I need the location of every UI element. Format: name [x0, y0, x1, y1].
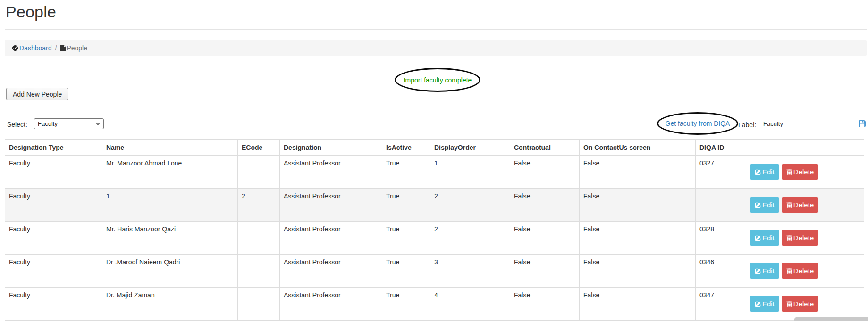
edit-pencil-icon — [755, 169, 761, 175]
cell-diqa-id: 0347 — [696, 288, 746, 321]
edit-button-label: Edit — [762, 234, 775, 242]
edit-pencil-icon — [755, 235, 761, 241]
delete-button[interactable]: Delete — [782, 230, 818, 246]
cell-actions: Edit Delete — [746, 156, 864, 189]
column-header-ecode: ECode — [238, 140, 280, 156]
edit-button[interactable]: Edit — [750, 296, 779, 312]
breadcrumb: Dashboard / People — [5, 40, 867, 56]
cell-designation: Assistant Professor — [280, 189, 382, 222]
people-type-select[interactable]: Faculty — [34, 118, 104, 129]
trash-icon — [786, 169, 792, 175]
cell-ecode — [238, 255, 280, 288]
cell-contractual: False — [510, 288, 580, 321]
trash-icon — [786, 202, 792, 208]
cell-displayorder: 4 — [430, 288, 510, 321]
cell-designation: Assistant Professor — [280, 222, 382, 255]
horizontal-scrollbar-thumb[interactable] — [794, 317, 868, 321]
cell-isactive: True — [382, 288, 430, 321]
cell-contractual: False — [510, 189, 580, 222]
label-input[interactable] — [760, 118, 854, 129]
edit-button[interactable]: Edit — [750, 230, 779, 246]
edit-button-label: Edit — [762, 168, 775, 176]
annotation-ellipse-import: Import faculty complete — [395, 68, 480, 92]
cell-name: Dr. Majid Zaman — [102, 288, 238, 321]
cell-displayorder: 2 — [430, 222, 510, 255]
page-title: People — [6, 3, 56, 21]
table-row: Faculty Mr. Haris Manzoor Qazi Assistant… — [5, 222, 864, 255]
people-table: Designation Type Name ECode Designation … — [5, 139, 864, 321]
cell-name: Mr. Manzoor Ahmad Lone — [102, 156, 238, 189]
table-row: Faculty Mr. Manzoor Ahmad Lone Assistant… — [5, 156, 864, 189]
cell-designation-type: Faculty — [5, 288, 102, 321]
column-header-designation-type: Designation Type — [5, 140, 102, 156]
delete-button-label: Delete — [793, 201, 814, 209]
cell-ecode: 2 — [238, 189, 280, 222]
cell-isactive: True — [382, 222, 430, 255]
delete-button[interactable]: Delete — [782, 197, 818, 213]
cell-designation-type: Faculty — [5, 255, 102, 288]
breadcrumb-current: People — [60, 44, 87, 52]
status-message: Import faculty complete — [404, 76, 472, 84]
cell-contractual: False — [510, 255, 580, 288]
cell-actions: Edit Delete — [746, 255, 864, 288]
edit-pencil-icon — [755, 301, 761, 307]
edit-button-label: Edit — [762, 267, 775, 275]
cell-designation-type: Faculty — [5, 189, 102, 222]
breadcrumb-current-label: People — [67, 44, 87, 52]
title-divider — [5, 29, 867, 30]
cell-actions: Edit Delete — [746, 288, 864, 321]
delete-button-label: Delete — [793, 234, 814, 242]
column-header-name: Name — [102, 140, 238, 156]
cell-diqa-id: 0328 — [696, 222, 746, 255]
add-new-people-button[interactable]: Add New People — [6, 88, 68, 100]
cell-actions: Edit Delete — [746, 222, 864, 255]
edit-button-label: Edit — [762, 300, 775, 308]
cell-displayorder: 3 — [430, 255, 510, 288]
cell-oncontactus: False — [580, 222, 696, 255]
table-row: Faculty Dr. Majid Zaman Assistant Profes… — [5, 288, 864, 321]
trash-icon — [786, 235, 792, 241]
get-faculty-from-diqa-link[interactable]: Get faculty from DIQA — [666, 120, 730, 127]
cell-diqa-id: 0346 — [696, 255, 746, 288]
edit-button[interactable]: Edit — [750, 197, 779, 213]
table-header-row: Designation Type Name ECode Designation … — [5, 140, 864, 156]
column-header-designation: Designation — [280, 140, 382, 156]
cell-designation: Assistant Professor — [280, 156, 382, 189]
cell-contractual: False — [510, 156, 580, 189]
delete-button[interactable]: Delete — [782, 296, 818, 312]
column-header-displayorder: DisplayOrder — [430, 140, 510, 156]
table-row: Faculty Dr .Maroof Naieem Qadri Assistan… — [5, 255, 864, 288]
column-header-diqa-id: DIQA ID — [696, 140, 746, 156]
chevron-down-icon — [95, 122, 101, 125]
cell-actions: Edit Delete — [746, 189, 864, 222]
cell-isactive: True — [382, 189, 430, 222]
cell-diqa-id: 0327 — [696, 156, 746, 189]
people-type-select-value: Faculty — [38, 120, 58, 127]
edit-pencil-icon — [755, 268, 761, 274]
delete-button-label: Delete — [793, 168, 814, 176]
cell-displayorder: 1 — [430, 156, 510, 189]
trash-icon — [786, 268, 792, 274]
column-header-isactive: IsActive — [382, 140, 430, 156]
table-row: Faculty 1 2 Assistant Professor True 2 F… — [5, 189, 864, 222]
edit-button-label: Edit — [762, 201, 775, 209]
cell-oncontactus: False — [580, 156, 696, 189]
cell-oncontactus: False — [580, 189, 696, 222]
delete-button[interactable]: Delete — [782, 263, 818, 279]
breadcrumb-dashboard[interactable]: Dashboard — [12, 44, 52, 52]
cell-designation: Assistant Professor — [280, 288, 382, 321]
cell-isactive: True — [382, 255, 430, 288]
breadcrumb-separator: / — [55, 44, 57, 52]
trash-icon — [786, 301, 792, 307]
cell-name: Dr .Maroof Naieem Qadri — [102, 255, 238, 288]
edit-button[interactable]: Edit — [750, 164, 779, 180]
delete-button[interactable]: Delete — [782, 164, 818, 180]
cell-designation-type: Faculty — [5, 156, 102, 189]
cell-ecode — [238, 156, 280, 189]
edit-pencil-icon — [755, 202, 761, 208]
edit-button[interactable]: Edit — [750, 263, 779, 279]
file-icon — [60, 45, 66, 51]
column-header-actions — [746, 140, 864, 156]
save-icon[interactable] — [859, 120, 866, 127]
delete-button-label: Delete — [793, 300, 814, 308]
